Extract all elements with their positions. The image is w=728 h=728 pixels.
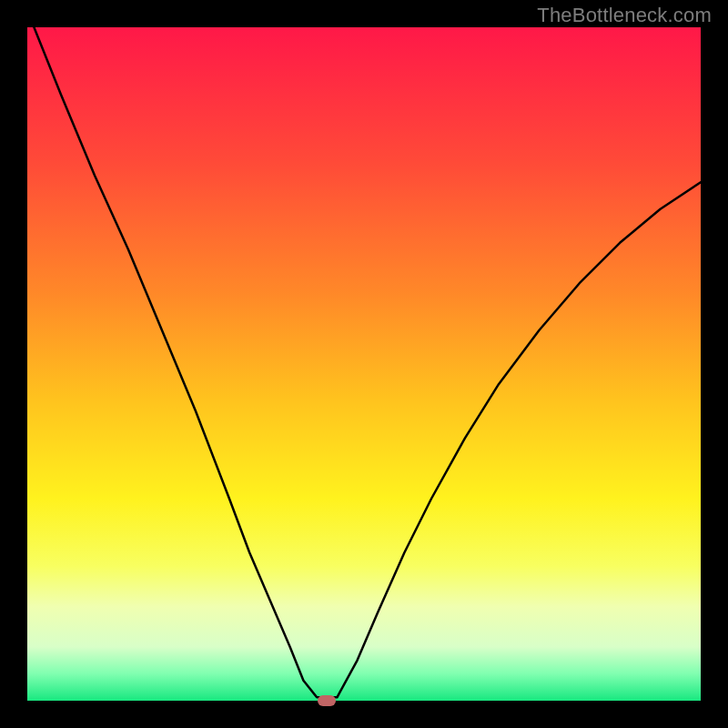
chart-svg [27, 27, 701, 701]
gradient-background [27, 27, 701, 701]
plot-area [27, 27, 701, 701]
optimum-marker [318, 695, 336, 706]
outer-frame: TheBottleneck.com [0, 0, 728, 728]
watermark-text: TheBottleneck.com [537, 4, 712, 27]
